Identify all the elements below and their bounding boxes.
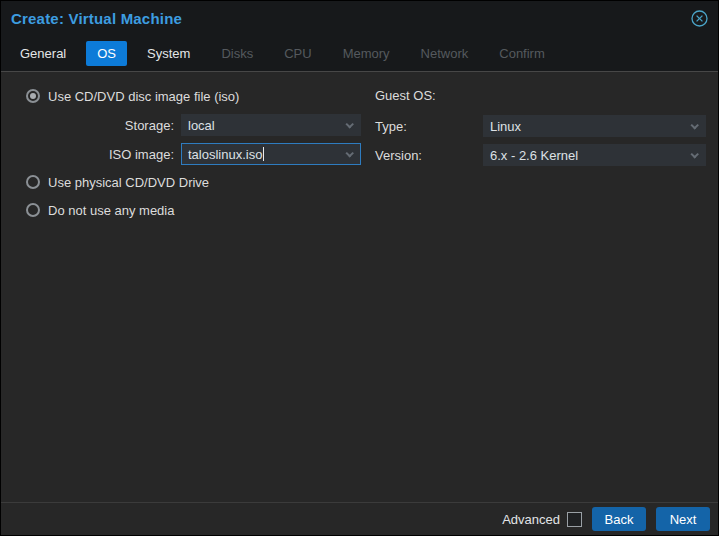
iso-image-value: taloslinux.iso: [188, 147, 262, 162]
dialog-footer: Advanced Back Next: [1, 502, 718, 535]
text-cursor: [263, 147, 264, 161]
tab-general[interactable]: General: [9, 41, 77, 66]
version-row: Version: 6.x - 2.6 Kernel: [375, 144, 706, 166]
create-vm-dialog: Create: Virtual Machine General OS Syste…: [0, 0, 719, 536]
radio-physical-drive-label: Use physical CD/DVD Drive: [48, 175, 209, 190]
storage-row: Storage: local: [13, 114, 361, 136]
type-row: Type: Linux: [375, 115, 706, 137]
next-button[interactable]: Next: [656, 507, 710, 531]
type-value: Linux: [490, 119, 521, 134]
dialog-title: Create: Virtual Machine: [11, 10, 182, 27]
tab-disks: Disks: [210, 41, 264, 66]
advanced-label: Advanced: [502, 512, 560, 527]
storage-value: local: [188, 118, 215, 133]
guest-os-heading: Guest OS:: [375, 86, 706, 106]
tab-system[interactable]: System: [136, 41, 201, 66]
radio-row-iso[interactable]: Use CD/DVD disc image file (iso): [13, 86, 361, 106]
chevron-down-icon[interactable]: [690, 121, 698, 129]
radio-use-iso[interactable]: [26, 89, 40, 103]
radio-row-no-media[interactable]: Do not use any media: [13, 200, 361, 220]
back-button[interactable]: Back: [592, 507, 646, 531]
type-select[interactable]: Linux: [483, 115, 706, 137]
advanced-checkbox[interactable]: [567, 512, 582, 527]
dialog-body: Use CD/DVD disc image file (iso) Storage…: [1, 71, 718, 535]
advanced-toggle: Advanced: [502, 512, 582, 527]
radio-no-media[interactable]: [26, 203, 40, 217]
iso-image-combobox[interactable]: taloslinux.iso: [181, 143, 361, 165]
tab-cpu: CPU: [273, 41, 322, 66]
tab-network: Network: [410, 41, 480, 66]
chevron-down-icon[interactable]: [345, 120, 353, 128]
close-icon[interactable]: [690, 9, 708, 27]
type-label: Type:: [375, 119, 483, 134]
tab-confirm: Confirm: [488, 41, 556, 66]
radio-row-physical[interactable]: Use physical CD/DVD Drive: [13, 172, 361, 192]
wizard-tabbar: General OS System Disks CPU Memory Netwo…: [1, 35, 718, 71]
iso-image-row: ISO image: taloslinux.iso: [13, 143, 361, 165]
radio-physical-drive[interactable]: [26, 175, 40, 189]
radio-use-iso-label: Use CD/DVD disc image file (iso): [48, 89, 239, 104]
version-select[interactable]: 6.x - 2.6 Kernel: [483, 144, 706, 166]
media-column: Use CD/DVD disc image file (iso) Storage…: [13, 86, 361, 228]
guest-os-column: Guest OS: Type: Linux Version: 6.x - 2.6…: [375, 86, 706, 228]
chevron-down-icon[interactable]: [345, 149, 353, 157]
storage-select[interactable]: local: [181, 114, 361, 136]
radio-no-media-label: Do not use any media: [48, 203, 174, 218]
tab-memory: Memory: [332, 41, 401, 66]
version-label: Version:: [375, 148, 483, 163]
tab-os[interactable]: OS: [86, 41, 127, 66]
iso-image-label: ISO image:: [13, 147, 181, 162]
storage-label: Storage:: [13, 118, 181, 133]
os-form: Use CD/DVD disc image file (iso) Storage…: [1, 72, 718, 228]
dialog-header: Create: Virtual Machine: [1, 1, 718, 35]
chevron-down-icon[interactable]: [690, 150, 698, 158]
version-value: 6.x - 2.6 Kernel: [490, 148, 578, 163]
